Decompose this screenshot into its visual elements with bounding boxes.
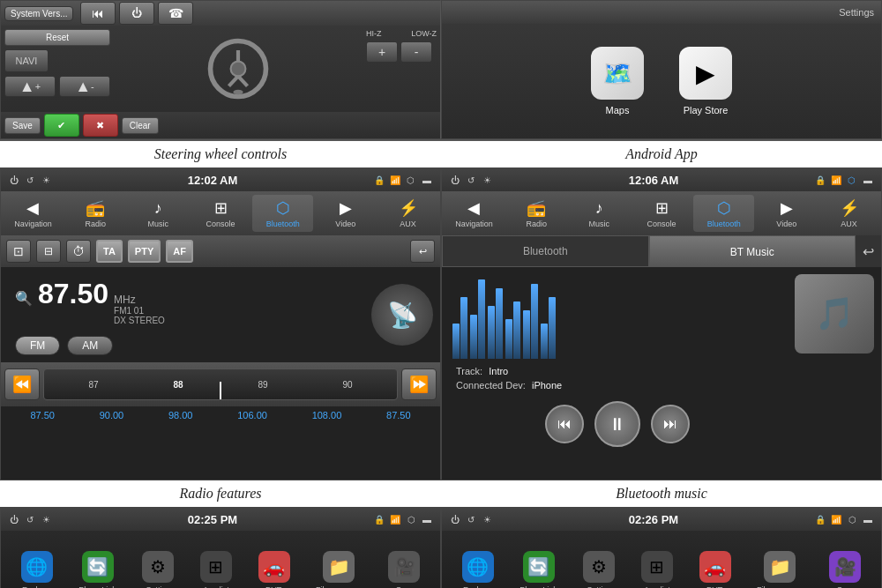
bt-aux-icon: ⚡ [840, 198, 859, 218]
br-cam-app[interactable]: 🎥 Cam [829, 551, 861, 589]
bt-nav-label-bluetooth: Bluetooth [707, 220, 741, 228]
clock-btn[interactable]: ⏱ [66, 240, 91, 263]
br-time: 02:26 PM [629, 513, 678, 526]
sw-phone-btn[interactable]: ☎ [158, 2, 193, 25]
nav-item-aux[interactable]: ⚡ AUX [377, 195, 438, 232]
bt-nav-bluetooth[interactable]: ⬡ Bluetooth [693, 195, 754, 232]
clear-button[interactable]: Clear [122, 117, 159, 134]
vol-right-dn[interactable]: - [400, 41, 432, 63]
freq-details: MHz FM1 01 DX STEREO [114, 294, 165, 325]
pty-button[interactable]: PTY [128, 240, 161, 263]
bt-nav-console[interactable]: ⊞ Console [632, 195, 692, 232]
vol-dn-btn[interactable]: ▲- [59, 76, 110, 97]
br-power-icon: ⏻ [449, 513, 461, 525]
bt-nav-aux[interactable]: ⚡ AUX [818, 195, 879, 232]
br-phonelink-app[interactable]: 🔄 PhoneLink [519, 551, 557, 589]
nav-item-music[interactable]: ♪ Music [128, 195, 189, 232]
sw-power-btn[interactable]: ⏻ [119, 2, 154, 25]
br-setting-app[interactable]: ⚙ Setting [583, 551, 615, 589]
bt-play-pause-btn[interactable]: ⏸ [594, 401, 640, 447]
preset-4[interactable]: 106.00 [237, 410, 267, 421]
nav-label-video: Video [335, 220, 355, 228]
freq-display: 🔍 87.50 MHz FM1 01 DX STEREO [8, 271, 371, 332]
nav-item-console[interactable]: ⊞ Console [191, 195, 251, 232]
screen-btn[interactable]: ⊟ [36, 240, 61, 263]
fm-button[interactable]: FM [15, 336, 60, 355]
frequency-bar[interactable]: 87 88 89 90 [43, 368, 398, 400]
bt-tab-music[interactable]: BT Music [649, 235, 856, 267]
maps-icon: 🗺️ [591, 47, 644, 100]
preset-1[interactable]: 87.50 [30, 410, 55, 421]
vol-up-btn[interactable]: ▲+ [4, 76, 56, 97]
confirm-button[interactable]: ✔ [44, 114, 79, 137]
bl-phonelink-app[interactable]: 🔄 PhoneLink [78, 551, 116, 589]
nav-item-video[interactable]: ▶ Video [315, 195, 376, 232]
reset-button[interactable]: Reset [4, 29, 110, 46]
skip-fwd-btn[interactable]: ⏩ [401, 368, 437, 400]
br-top-bar: ⏻ ↺ ☀ 02:26 PM 🔒 📶 ⬡ ▬ [442, 508, 881, 531]
bt-prev-btn[interactable]: ⏮ [545, 405, 584, 443]
bt-nav-label-navigation: Navigation [455, 220, 493, 228]
preset-3[interactable]: 98.00 [168, 410, 193, 421]
vol-right-up[interactable]: + [366, 41, 398, 63]
bl-bt-icon: ⬡ [405, 513, 417, 525]
ta-button[interactable]: TA [96, 240, 123, 263]
nav-item-navigation[interactable]: ◀ Navigation [3, 195, 64, 232]
play-store-label: Play Store [684, 105, 729, 115]
sw-back-btn[interactable]: ⏮ [80, 2, 116, 25]
skip-back-btn[interactable]: ⏪ [4, 368, 40, 400]
steering-wheel-panel: System Vers... ⏮ ⏻ ☎ Reset NAVI ▲+ ▲- [0, 0, 441, 139]
bl-applist-app[interactable]: ⊞ App list [200, 551, 232, 589]
caption-row-1: Steering wheel controls Android App [0, 141, 882, 167]
nav-item-radio[interactable]: 📻 Radio [65, 195, 126, 232]
br-filemanager-icon: 📁 [764, 551, 796, 583]
cancel-x-button[interactable]: ✖ [83, 114, 118, 137]
br-explorer-app[interactable]: 🌐 Explorer [462, 551, 494, 589]
bt-nav-label-video: Video [776, 220, 796, 228]
bl-explorer-app[interactable]: 🌐 Explorer [21, 551, 53, 589]
bl-filemanager-app[interactable]: 📁 File manager [316, 551, 363, 589]
bt-next-btn[interactable]: ⏭ [651, 405, 690, 443]
preset-2[interactable]: 90.00 [100, 410, 124, 421]
bt-nav-music[interactable]: ♪ Music [569, 195, 630, 232]
bt-nav-label-console: Console [647, 220, 676, 228]
preset-6[interactable]: 87.50 [386, 410, 411, 421]
save-button[interactable]: Save [4, 117, 41, 134]
bt-equalizer [449, 274, 555, 362]
eq-button[interactable]: ⊡ [6, 240, 31, 263]
bt-track-row: Track: Intro [456, 366, 779, 376]
br-dvr-app[interactable]: 🚗 DVR [699, 551, 731, 589]
filemanager-label: File manager [316, 585, 363, 589]
hi-label: HI-Z [366, 29, 382, 38]
br-applist-app[interactable]: ⊞ App list [641, 551, 673, 589]
br-status-icons: ⏻ ↺ ☀ [449, 513, 493, 525]
preset-5[interactable]: 108.00 [312, 410, 342, 421]
svg-point-1 [231, 62, 246, 77]
system-version-button[interactable]: System Vers... [4, 6, 73, 21]
android-app-panel: Settings 🗺️ Maps ▶ Play Store [441, 0, 882, 139]
bl-bright-icon: ☀ [40, 513, 52, 525]
bt-tab-bluetooth[interactable]: Bluetooth [442, 235, 649, 267]
bt-back-icon: ↺ [465, 174, 477, 186]
bt-back-btn[interactable]: ↩ [856, 235, 881, 267]
bt-icon: ⬡ [405, 174, 417, 186]
bl-lock-icon: 🔒 [373, 513, 385, 525]
bt-nav-radio[interactable]: 📻 Radio [506, 195, 567, 232]
android-app-caption: Android App [441, 141, 882, 167]
play-store-app[interactable]: ▶ Play Store [679, 47, 732, 115]
bt-nav-video[interactable]: ▶ Video [756, 195, 817, 232]
radio-nav-row: ◀ Navigation 📻 Radio ♪ Music ⊞ Console ⬡… [1, 191, 440, 235]
bl-cam-app[interactable]: 🎥 Cam [388, 551, 420, 589]
am-button[interactable]: AM [67, 336, 113, 355]
nav-item-bluetooth[interactable]: ⬡ Bluetooth [252, 195, 313, 232]
br-filemanager-app[interactable]: 📁 File manager [757, 551, 804, 589]
navi-button[interactable]: NAVI [4, 49, 49, 72]
bl-dvr-app[interactable]: 🚗 DVR [258, 551, 290, 589]
freq-mark-88: 88 [173, 380, 183, 390]
bt-nav-navigation[interactable]: ◀ Navigation [444, 195, 505, 232]
bl-setting-app[interactable]: ⚙ Setting [142, 551, 174, 589]
af-button[interactable]: AF [166, 240, 193, 263]
back-btn[interactable]: ↩ [410, 240, 435, 263]
maps-app[interactable]: 🗺️ Maps [591, 47, 644, 115]
power-status-icon: ⏻ [8, 174, 20, 186]
